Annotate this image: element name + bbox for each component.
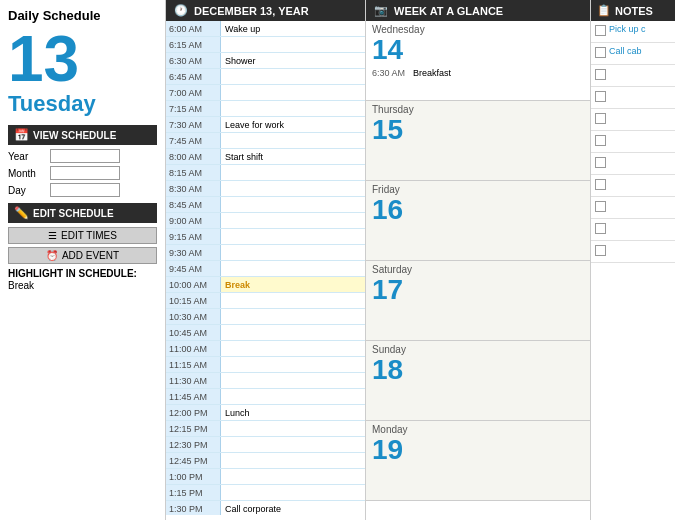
event-cell[interactable]: [221, 69, 365, 84]
time-cell: 12:30 PM: [166, 437, 221, 452]
time-row[interactable]: 11:00 AM: [166, 341, 365, 357]
note-checkbox[interactable]: [595, 69, 606, 80]
note-checkbox[interactable]: [595, 157, 606, 168]
note-checkbox[interactable]: [595, 201, 606, 212]
year-input[interactable]: [50, 149, 120, 163]
note-checkbox[interactable]: [595, 179, 606, 190]
time-row[interactable]: 10:30 AM: [166, 309, 365, 325]
month-input[interactable]: [50, 166, 120, 180]
event-cell[interactable]: [221, 213, 365, 228]
event-cell[interactable]: [221, 485, 365, 500]
week-event-name: Breakfast: [413, 68, 451, 78]
event-cell[interactable]: [221, 373, 365, 388]
note-checkbox[interactable]: [595, 91, 606, 102]
time-cell: 10:30 AM: [166, 309, 221, 324]
event-cell[interactable]: [221, 357, 365, 372]
week-day-block: Thursday15: [366, 101, 590, 181]
time-cell: 7:30 AM: [166, 117, 221, 132]
week-day-label: Friday: [366, 181, 590, 195]
time-row[interactable]: 10:15 AM: [166, 293, 365, 309]
time-row[interactable]: 9:30 AM: [166, 245, 365, 261]
time-row[interactable]: 7:30 AMLeave for work: [166, 117, 365, 133]
event-cell[interactable]: Wake up: [221, 21, 365, 36]
event-cell[interactable]: [221, 453, 365, 468]
edit-times-button[interactable]: ☰ EDIT TIMES: [8, 227, 157, 244]
note-checkbox[interactable]: [595, 113, 606, 124]
event-cell[interactable]: [221, 261, 365, 276]
event-cell[interactable]: [221, 469, 365, 484]
time-row[interactable]: 1:30 PMCall corporate: [166, 501, 365, 515]
time-cell: 1:00 PM: [166, 469, 221, 484]
time-row[interactable]: 9:00 AM: [166, 213, 365, 229]
event-cell[interactable]: [221, 309, 365, 324]
note-row: [591, 219, 675, 241]
time-row[interactable]: 7:00 AM: [166, 85, 365, 101]
event-cell[interactable]: Lunch: [221, 405, 365, 420]
event-cell[interactable]: [221, 245, 365, 260]
time-row[interactable]: 11:45 AM: [166, 389, 365, 405]
time-row[interactable]: 10:00 AMBreak: [166, 277, 365, 293]
time-row[interactable]: 8:45 AM: [166, 197, 365, 213]
note-row: [591, 153, 675, 175]
event-cell[interactable]: [221, 85, 365, 100]
note-checkbox[interactable]: [595, 47, 606, 58]
time-row[interactable]: 9:15 AM: [166, 229, 365, 245]
time-cell: 9:15 AM: [166, 229, 221, 244]
highlight-label: HIGHLIGHT IN SCHEDULE:: [8, 268, 157, 279]
note-checkbox[interactable]: [595, 135, 606, 146]
time-row[interactable]: 1:15 PM: [166, 485, 365, 501]
event-cell[interactable]: [221, 197, 365, 212]
note-checkbox[interactable]: [595, 25, 606, 36]
event-cell[interactable]: Start shift: [221, 149, 365, 164]
note-row: [591, 87, 675, 109]
add-event-button[interactable]: ⏰ ADD EVENT: [8, 247, 157, 264]
time-row[interactable]: 7:15 AM: [166, 101, 365, 117]
time-row[interactable]: 8:30 AM: [166, 181, 365, 197]
time-row[interactable]: 8:00 AMStart shift: [166, 149, 365, 165]
event-cell[interactable]: Call corporate: [221, 501, 365, 515]
event-cell[interactable]: [221, 133, 365, 148]
event-cell[interactable]: [221, 341, 365, 356]
week-day-label: Saturday: [366, 261, 590, 275]
event-cell[interactable]: Shower: [221, 53, 365, 68]
time-row[interactable]: 1:00 PM: [166, 469, 365, 485]
event-cell[interactable]: Leave for work: [221, 117, 365, 132]
day-input[interactable]: [50, 183, 120, 197]
time-row[interactable]: 11:15 AM: [166, 357, 365, 373]
time-row[interactable]: 6:00 AMWake up: [166, 21, 365, 37]
event-cell[interactable]: [221, 101, 365, 116]
year-label: Year: [8, 151, 46, 162]
note-text: Pick up c: [609, 24, 646, 34]
day-name: Tuesday: [8, 91, 157, 117]
event-cell[interactable]: [221, 421, 365, 436]
event-cell[interactable]: Break: [221, 277, 365, 292]
event-cell[interactable]: [221, 325, 365, 340]
time-row[interactable]: 6:45 AM: [166, 69, 365, 85]
time-cell: 6:30 AM: [166, 53, 221, 68]
time-row[interactable]: 7:45 AM: [166, 133, 365, 149]
time-row[interactable]: 12:00 PMLunch: [166, 405, 365, 421]
event-cell[interactable]: [221, 165, 365, 180]
schedule-scroll[interactable]: 6:00 AMWake up6:15 AM6:30 AMShower6:45 A…: [166, 21, 365, 515]
time-row[interactable]: 9:45 AM: [166, 261, 365, 277]
time-row[interactable]: 11:30 AM: [166, 373, 365, 389]
month-label: Month: [8, 168, 46, 179]
time-row[interactable]: 12:15 PM: [166, 421, 365, 437]
event-cell[interactable]: [221, 181, 365, 196]
time-cell: 11:30 AM: [166, 373, 221, 388]
time-row[interactable]: 10:45 AM: [166, 325, 365, 341]
event-cell[interactable]: [221, 37, 365, 52]
week-scroll[interactable]: Wednesday146:30 AMBreakfastThursday15Fri…: [366, 21, 590, 515]
time-row[interactable]: 6:15 AM: [166, 37, 365, 53]
time-row[interactable]: 8:15 AM: [166, 165, 365, 181]
time-cell: 10:00 AM: [166, 277, 221, 292]
event-cell[interactable]: [221, 389, 365, 404]
note-checkbox[interactable]: [595, 223, 606, 234]
note-checkbox[interactable]: [595, 245, 606, 256]
event-cell[interactable]: [221, 229, 365, 244]
event-cell[interactable]: [221, 293, 365, 308]
time-row[interactable]: 12:45 PM: [166, 453, 365, 469]
event-cell[interactable]: [221, 437, 365, 452]
time-row[interactable]: 6:30 AMShower: [166, 53, 365, 69]
time-row[interactable]: 12:30 PM: [166, 437, 365, 453]
